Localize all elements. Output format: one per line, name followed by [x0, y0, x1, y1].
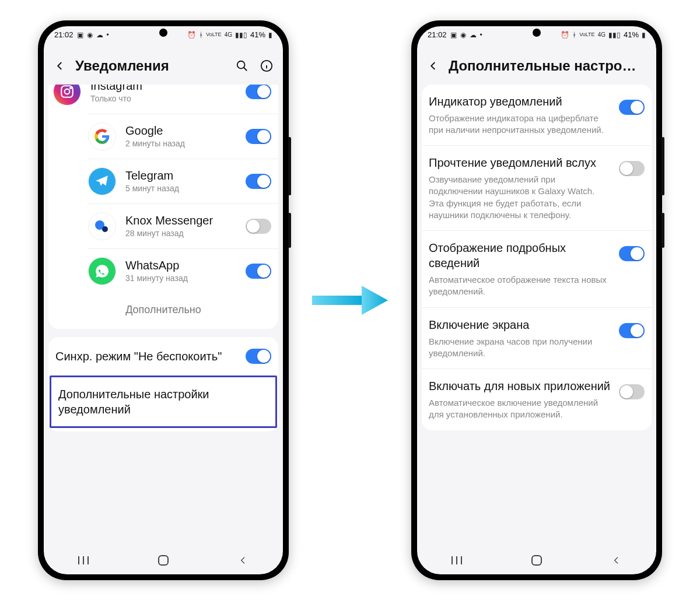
signal-icon: ▮▮▯ [235, 31, 247, 39]
network-4g-icon: 4G [598, 31, 606, 38]
setting-toggle[interactable] [619, 161, 645, 176]
sync-dnd-toggle[interactable] [246, 349, 271, 364]
setting-desc: Включение экрана часов при получении уве… [429, 336, 611, 360]
volume-button [288, 137, 291, 195]
more-button[interactable]: Дополнительно [48, 293, 278, 329]
setting-title: Включение экрана [429, 317, 611, 332]
app-list-card: InstagramТолько чтоGoogle2 минуты назадT… [48, 85, 278, 329]
setting-title: Отображение подробных сведений [429, 240, 611, 271]
setting-row[interactable]: Отображение подробных сведенийАвтоматиче… [422, 230, 652, 307]
bluetooth-icon: ᚼ [572, 31, 576, 39]
setting-row[interactable]: Включать для новых приложенийАвтоматичес… [422, 369, 652, 430]
setting-toggle[interactable] [619, 100, 645, 115]
front-camera [159, 29, 167, 37]
sync-dnd-row[interactable]: Синхр. режим "Не беспокоить" [48, 339, 278, 373]
back-button[interactable] [53, 59, 67, 73]
svg-line-1 [244, 67, 247, 71]
app-name: Instagram [90, 85, 246, 93]
setting-row[interactable]: Индикатор уведомленийОтображение индикат… [422, 85, 652, 146]
app-toggle[interactable] [246, 174, 271, 189]
setting-title: Индикатор уведомлений [429, 94, 611, 109]
app-name: Telegram [125, 169, 246, 183]
volte-icon: VoLTE [579, 32, 594, 37]
alarm-icon: ⏰ [561, 31, 569, 39]
home-button[interactable] [156, 553, 171, 568]
telegram-icon [88, 167, 116, 195]
setting-row[interactable]: Включение экранаВключение экрана часов п… [422, 307, 652, 369]
settings-list-card: Индикатор уведомленийОтображение индикат… [422, 85, 652, 430]
page-title: Уведомления [75, 58, 227, 74]
volte-icon: VoLTE [206, 32, 221, 37]
instagram-icon [53, 85, 81, 106]
google-icon [88, 122, 116, 150]
camera-icon: ◉ [460, 31, 466, 39]
back-button[interactable] [426, 59, 440, 73]
status-time: 21:02 [428, 30, 447, 39]
transition-arrow-icon [312, 283, 388, 318]
app-subtitle: 31 минуту назад [125, 273, 246, 283]
setting-toggle[interactable] [619, 323, 645, 338]
recents-button[interactable] [76, 553, 91, 568]
battery-icon: ▮ [642, 31, 646, 39]
app-name: Google [125, 124, 246, 138]
volume-button [662, 137, 664, 195]
setting-title: Включать для новых приложений [429, 378, 611, 394]
settings-card: Синхр. режим "Не беспокоить" Дополнитель… [48, 337, 278, 431]
network-4g-icon: 4G [225, 31, 232, 38]
app-toggle[interactable] [246, 219, 271, 234]
setting-row[interactable]: Прочтение уведомлений вслухОзвучивание у… [422, 145, 652, 230]
gallery-icon: ▣ [450, 31, 457, 39]
dot-icon: • [480, 31, 482, 39]
cloud-icon: ☁ [96, 31, 103, 39]
svg-point-0 [237, 61, 245, 68]
setting-toggle[interactable] [619, 246, 645, 261]
svg-point-6 [65, 89, 70, 94]
app-row-google[interactable]: Google2 минуты назад [88, 114, 278, 159]
svg-marker-15 [362, 286, 388, 315]
app-toggle[interactable] [246, 85, 271, 99]
extra-settings-row[interactable]: Дополнительные настройки уведомлений [51, 377, 275, 426]
sync-dnd-label: Синхр. режим "Не беспокоить" [55, 349, 237, 364]
front-camera [533, 29, 541, 37]
camera-icon: ◉ [87, 31, 93, 39]
setting-desc: Автоматическое отображение текста новых … [429, 274, 611, 298]
whatsapp-icon [88, 257, 116, 285]
header: Дополнительные настро… [417, 44, 656, 85]
setting-toggle[interactable] [619, 384, 645, 399]
info-icon[interactable] [260, 59, 274, 73]
recents-button[interactable] [449, 553, 464, 568]
battery-text: 41% [250, 30, 265, 39]
nav-bar [44, 546, 283, 574]
extra-settings-label: Дополнительные настройки уведомлений [58, 387, 268, 417]
app-subtitle: 5 минут назад [125, 184, 246, 193]
app-toggle[interactable] [246, 264, 271, 279]
content-area: InstagramТолько чтоGoogle2 минуты назадT… [44, 85, 283, 546]
svg-rect-14 [312, 296, 365, 305]
status-time: 21:02 [54, 30, 74, 39]
setting-desc: Отображение индикатора на циферблате при… [429, 113, 611, 136]
app-name: Knox Messenger [125, 214, 246, 227]
nav-back-button[interactable] [609, 553, 624, 568]
content-area: Индикатор уведомленийОтображение индикат… [417, 85, 656, 546]
app-subtitle: 2 минуты назад [125, 139, 246, 148]
svg-point-7 [70, 87, 71, 88]
power-button [288, 213, 291, 248]
cloud-icon: ☁ [470, 31, 477, 39]
battery-icon: ▮ [268, 31, 272, 39]
phone-left: 21:02 ▣ ◉ ☁ • ⏰ ᚼ VoLTE 4G ▮▮▯ 41% ▮ [38, 20, 289, 580]
app-subtitle: 28 минут назад [125, 229, 246, 238]
page-title: Дополнительные настро… [449, 58, 647, 74]
phone-right: 21:02 ▣ ◉ ☁ • ⏰ ᚼ VoLTE 4G ▮▮▯ 41% ▮ [411, 20, 662, 580]
svg-rect-19 [532, 556, 541, 565]
app-toggle[interactable] [246, 129, 271, 144]
search-icon[interactable] [235, 59, 249, 73]
svg-point-9 [102, 226, 108, 232]
home-button[interactable] [529, 553, 544, 568]
app-row-instagram[interactable]: InstagramТолько что [48, 85, 278, 114]
alarm-icon: ⏰ [187, 31, 196, 39]
app-row-telegram[interactable]: Telegram5 минут назад [88, 159, 278, 203]
app-row-whatsapp[interactable]: WhatsApp31 минуту назад [88, 248, 278, 293]
app-row-knox[interactable]: Knox Messenger28 минут назад [88, 203, 278, 248]
nav-back-button[interactable] [236, 553, 251, 568]
bluetooth-icon: ᚼ [199, 31, 203, 39]
